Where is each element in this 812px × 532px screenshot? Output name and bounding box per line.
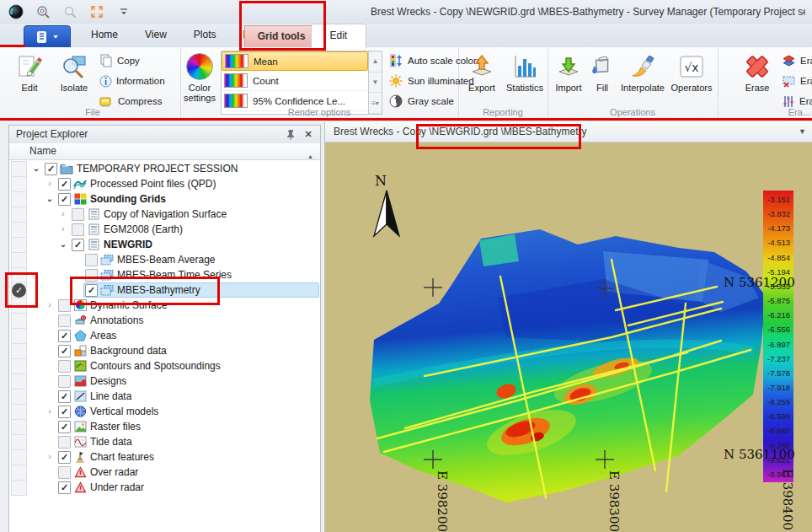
tree-row-vertical-models[interactable]: ›✓Vertical models	[28, 404, 319, 419]
visibility-checkbox[interactable]: ✓	[58, 421, 71, 433]
tree-row-dynamic-surface[interactable]: ›Dynamic Surface	[28, 298, 319, 313]
visibility-checkbox[interactable]: ✓	[58, 345, 71, 357]
zoom-in-icon[interactable]	[34, 3, 52, 21]
copy-button[interactable]: Copy	[99, 52, 140, 69]
visibility-checkbox[interactable]: ✓	[72, 239, 84, 251]
era--button[interactable]: Era...	[782, 52, 812, 69]
chevron-collapsed-icon[interactable]: ›	[58, 223, 68, 235]
visibility-checkbox[interactable]: ✓	[45, 163, 57, 175]
gutter-cell[interactable]	[11, 191, 27, 207]
chevron-collapsed-icon[interactable]: ›	[45, 406, 55, 417]
contextual-tab-group[interactable]: Grid tools	[244, 25, 318, 47]
gutter-cell[interactable]	[11, 465, 27, 481]
export-button[interactable]: Export	[463, 50, 500, 105]
visibility-checkbox[interactable]	[85, 254, 98, 266]
import-button[interactable]: Import	[551, 50, 586, 105]
chevron-collapsed-icon[interactable]: ›	[45, 451, 55, 463]
gallery-up-icon[interactable]: ▲	[369, 51, 382, 73]
tree-row-chart-features[interactable]: ›✓Chart features	[28, 449, 319, 465]
tree-row-under-radar[interactable]: ✓Under radar	[28, 480, 319, 495]
tree-row-egm2008-earth-[interactable]: ›EGM2008 (Earth)	[28, 222, 319, 237]
tree-column-header[interactable]: Name ▲	[9, 143, 320, 160]
gutter-cell[interactable]	[11, 298, 27, 314]
close-icon[interactable]: ✕	[302, 127, 315, 141]
tree-item-label[interactable]: Annotations	[90, 314, 143, 326]
gallery-item-count[interactable]: Count	[222, 71, 368, 91]
tab-plots[interactable]: Plots	[180, 24, 230, 47]
visibility-checkbox[interactable]: ✓	[58, 406, 71, 418]
tree-item-label[interactable]: Under radar	[90, 481, 144, 493]
tree-item-label[interactable]: Processed Point files (QPD)	[90, 178, 216, 190]
compress-button[interactable]: Compress	[99, 93, 162, 110]
view-dropdown-icon[interactable]: ▼	[799, 122, 806, 142]
information-button[interactable]: Information	[99, 73, 165, 89]
tree-item-label[interactable]: Background data	[90, 345, 167, 357]
tree-item-label[interactable]: Vertical models	[90, 406, 158, 417]
gutter-cell[interactable]	[11, 252, 27, 268]
map-view-panel[interactable]: Brest Wrecks - Copy \NEWGRID.grd \MBES-B…	[324, 122, 812, 532]
visibility-checkbox[interactable]	[72, 223, 84, 236]
visibility-checkbox[interactable]: ✓	[58, 193, 71, 206]
gutter-cell[interactable]	[11, 267, 27, 283]
tree-item-label[interactable]: MBES-Bathymetry	[117, 284, 200, 296]
tree-row-tide-data[interactable]: Tide data	[28, 434, 319, 449]
tree-row-newgrid[interactable]: ⌄✓NEWGRID	[28, 237, 319, 252]
edit-button[interactable]: Edit	[10, 50, 49, 105]
gutter-cell[interactable]	[11, 176, 27, 192]
tree-row-copy-of-navigation-surface[interactable]: ›Copy of Navigation Surface	[28, 207, 319, 222]
application-menu-button[interactable]	[24, 25, 71, 48]
gallery-down-icon[interactable]: ▼	[369, 73, 382, 94]
tree-row-designs[interactable]: Designs	[28, 373, 319, 389]
tab-view[interactable]: View	[131, 24, 180, 47]
tree-row-background-data[interactable]: ✓Background data	[28, 343, 319, 358]
tree-item-label[interactable]: Sounding Grids	[90, 193, 166, 205]
visibility-checkbox[interactable]	[58, 360, 71, 373]
tree-item-label[interactable]: Designs	[90, 375, 126, 387]
gutter-cell[interactable]	[11, 404, 27, 420]
visibility-checkbox[interactable]	[58, 375, 71, 388]
tree-item-label[interactable]: Chart features	[90, 451, 154, 463]
pin-icon[interactable]	[285, 128, 298, 142]
visibility-checkbox[interactable]: ✓	[58, 178, 71, 191]
era--button[interactable]: Era...	[782, 73, 812, 89]
zoom-out-icon[interactable]	[61, 3, 79, 21]
tab-home[interactable]: Home	[77, 24, 131, 47]
tree-row-processed-point-files-qpd-[interactable]: ›✓Processed Point files (QPD)	[28, 176, 319, 191]
tree-item-label[interactable]: NEWGRID	[104, 239, 152, 250]
statistics-button[interactable]: Statistics	[504, 50, 546, 105]
chevron-collapsed-icon[interactable]: ›	[45, 178, 55, 190]
operators-button[interactable]: √xOperators	[669, 50, 714, 105]
visibility-checkbox[interactable]	[58, 436, 71, 449]
tree-row-mbes-beam-time-series[interactable]: MBES-Beam Time Series	[28, 267, 319, 282]
color-settings-button[interactable]: Color settings	[180, 50, 219, 105]
tree-row-line-data[interactable]: ✓Line data	[28, 389, 319, 404]
tree-item-label[interactable]: MBES-Beam Time Series	[117, 269, 232, 281]
chevron-collapsed-icon[interactable]: ›	[45, 299, 55, 311]
tree-item-label[interactable]: MBES-Beam Average	[117, 254, 216, 266]
gutter-cell[interactable]	[11, 419, 27, 435]
tree-item-label[interactable]: Dynamic Surface	[90, 299, 167, 311]
era--button[interactable]: Era...	[782, 93, 812, 110]
tab-edit[interactable]: Edit	[311, 24, 367, 48]
gutter-cell[interactable]	[11, 389, 27, 405]
tree-row-annotations[interactable]: Annotations	[28, 313, 319, 328]
visibility-checkbox[interactable]	[58, 299, 71, 312]
tree-row-over-radar[interactable]: Over radar	[28, 465, 319, 480]
app-logo-icon[interactable]	[7, 3, 25, 21]
gutter-cell[interactable]	[11, 207, 27, 223]
gutter-cell[interactable]	[11, 449, 27, 465]
tree-row-areas[interactable]: ✓Areas	[28, 328, 319, 343]
tree-row-sounding-grids[interactable]: ⌄✓Sounding Grids	[28, 191, 319, 207]
visibility-checkbox[interactable]: ✓	[58, 451, 71, 464]
tree-item-label[interactable]: TEMPORARY PROJECT SESSION	[77, 163, 238, 175]
gutter-cell[interactable]	[11, 328, 27, 344]
tree-row-raster-files[interactable]: ✓Raster files	[28, 419, 319, 434]
interpolate-button[interactable]: Interpolate	[618, 50, 667, 105]
qat-dropdown-icon[interactable]	[115, 3, 133, 21]
tree-row-contours-and-spotsoundings[interactable]: Contours and Spotsoundings	[28, 358, 319, 373]
gutter-cell[interactable]	[11, 161, 27, 177]
tree-item-label[interactable]: Areas	[90, 330, 116, 341]
tree-item-label[interactable]: Contours and Spotsoundings	[90, 360, 221, 372]
fill-button[interactable]: Fill	[588, 50, 617, 105]
map-canvas[interactable]: N E 398200 E 398300 -3.151-3.832-4.173-4…	[325, 142, 812, 532]
